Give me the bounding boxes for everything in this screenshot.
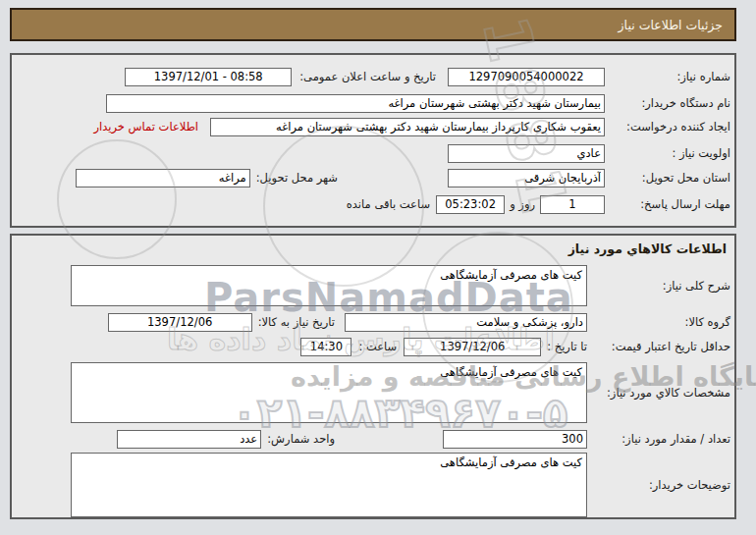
buyer-notes-row: توضیحات خریدار: کیت های مصرفی آزمایشگاهی: [20, 453, 730, 517]
need-details-page: جزئیات اطلاعات نیاز شماره نیاز: تاریخ و …: [0, 0, 756, 535]
request-creator-label: ایجاد کننده درخواست:: [605, 120, 730, 134]
priority-field[interactable]: [448, 144, 605, 163]
goods-specs-row: مشخصات کالاي مورد نیاز: کیت های مصرفی آز…: [20, 362, 730, 423]
buyer-name-field[interactable]: [106, 94, 605, 113]
buyer-notes-label: توضیحات خریدار:: [587, 478, 730, 492]
validity-hour-field[interactable]: [300, 338, 351, 356]
until-date-field[interactable]: [404, 338, 541, 356]
announce-datetime-label: تاریخ و ساعت اعلان عمومی:: [299, 70, 436, 83]
goods-section-title: اطلاعات کالاهاي مورد نیاز: [568, 241, 727, 256]
until-date-label: تا تاریخ :: [547, 340, 587, 353]
deadline-days-field[interactable]: [540, 195, 605, 214]
quantity-row: تعداد / مقدار مورد نیاز: واحد شمارش:: [20, 429, 730, 449]
goods-info-panel: اطلاعات کالاهاي مورد نیاز شرح کلی نیاز: …: [10, 234, 736, 519]
goods-group-field[interactable]: [345, 313, 587, 332]
delivery-province-label: استان محل تحویل:: [605, 171, 730, 185]
delivery-city-label: شهر محل تحویل:: [256, 171, 338, 185]
deadline-suffix: ساعت باقی مانده: [347, 197, 430, 211]
buyer-contact-link[interactable]: اطلاعات تماس خریدار: [93, 120, 198, 134]
delivery-province-field[interactable]: [448, 169, 605, 187]
validity-hour-label: ساعت :: [358, 340, 397, 353]
priority-row: اولویت نیاز :: [20, 143, 730, 163]
goods-specs-field[interactable]: کیت های مصرفی آزمایشگاهی: [71, 362, 587, 423]
price-validity-label: حداقل تاریخ اعتبار قیمت:: [587, 340, 730, 353]
request-creator-row: ایجاد کننده درخواست: اطلاعات تماس خریدار: [20, 117, 730, 136]
need-number-row: شماره نیاز: تاریخ و ساعت اعلان عمومی:: [20, 67, 730, 86]
buyer-name-row: نام دستگاه خریدار:: [20, 93, 730, 113]
request-creator-field[interactable]: [210, 118, 605, 136]
need-date-label: تاریخ نیاز به کالا:: [258, 315, 335, 329]
page-title: جزئیات اطلاعات نیاز: [619, 18, 723, 32]
quantity-field[interactable]: [443, 430, 587, 449]
delivery-location-row: استان محل تحویل: شهر محل تحویل:: [20, 168, 730, 187]
deadline-days-unit: روز و: [510, 197, 535, 211]
buyer-notes-field[interactable]: کیت های مصرفی آزمایشگاهی: [71, 453, 587, 517]
page-title-bar: جزئیات اطلاعات نیاز: [10, 8, 736, 41]
response-deadline-row: مهلت ارسال پاسخ: روز و ساعت باقی مانده: [20, 194, 730, 214]
priority-label: اولویت نیاز :: [605, 146, 730, 160]
goods-group-label: گروه کالا:: [587, 315, 730, 329]
need-description-field[interactable]: کیت های مصرفی آزمایشگاهی: [71, 265, 587, 306]
count-unit-label: واحد شمارش:: [267, 432, 335, 446]
need-description-row: شرح کلی نیاز: کیت های مصرفی آزمایشگاهی: [20, 265, 730, 306]
response-deadline-label: مهلت ارسال پاسخ:: [605, 197, 730, 211]
buyer-name-label: نام دستگاه خریدار:: [605, 96, 730, 110]
goods-specs-label: مشخصات کالاي مورد نیاز:: [587, 386, 730, 400]
need-date-field[interactable]: [108, 313, 252, 332]
delivery-city-field[interactable]: [76, 169, 250, 187]
count-unit-field[interactable]: [117, 430, 261, 449]
announce-datetime-field[interactable]: [125, 68, 292, 86]
goods-group-row: گروه کالا: تاریخ نیاز به کالا:: [20, 312, 730, 332]
price-validity-row: حداقل تاریخ اعتبار قیمت: تا تاریخ : ساعت…: [20, 337, 730, 356]
deadline-time-field[interactable]: [436, 195, 505, 214]
quantity-label: تعداد / مقدار مورد نیاز:: [587, 432, 730, 446]
need-description-label: شرح کلی نیاز:: [587, 279, 730, 293]
need-number-label: شماره نیاز:: [605, 70, 730, 83]
need-number-field[interactable]: [448, 68, 605, 86]
need-info-panel: شماره نیاز: تاریخ و ساعت اعلان عمومی: نا…: [10, 53, 736, 228]
